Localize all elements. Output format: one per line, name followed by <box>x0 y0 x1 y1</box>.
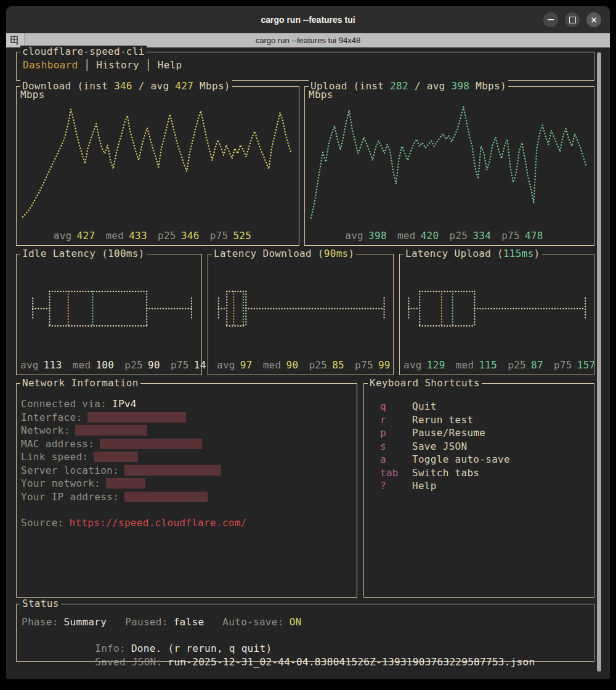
status-title: Status <box>20 598 61 609</box>
redacted-value <box>100 439 202 449</box>
title-part: ) <box>534 248 540 259</box>
stat-value: 129 <box>427 359 445 371</box>
shortcut-row: sSave JSON <box>380 440 594 453</box>
stat-label: avg <box>54 230 72 242</box>
shortcuts-panel: Keyboard Shortcuts qQuitrRerun testpPaus… <box>363 383 594 598</box>
network-label: Network: <box>21 424 70 437</box>
stat-label: p75 <box>355 359 373 371</box>
title-part: Mbps) <box>469 80 506 92</box>
shortcut-key: a <box>380 453 412 466</box>
stat-value: 97 <box>240 359 253 371</box>
stat-label: p25 <box>309 359 327 371</box>
upload-stats: avg398med420p25334p75478 <box>305 230 594 242</box>
title-part: / avg <box>408 80 452 92</box>
network-label: Your network: <box>21 477 100 490</box>
latency-upload-title: Latency Upload (115ms) <box>403 248 542 259</box>
status-item: Paused:false <box>125 616 204 628</box>
upload-ylabel: Mbps <box>309 89 333 100</box>
shortcut-key: s <box>380 440 412 453</box>
tab-dashboard[interactable]: Dashboard <box>23 59 78 71</box>
status-line-info: Info:Done. (r rerun, q quit) <box>22 629 594 643</box>
terminal-window: cargo run --features tui × cargo run --f… <box>6 6 610 679</box>
stat-label: p25 <box>450 230 468 242</box>
maximize-icon <box>569 17 576 23</box>
shortcuts-title: Keyboard Shortcuts <box>368 377 482 389</box>
stat-value: 85 <box>332 359 344 371</box>
network-label: Server location: <box>21 464 119 477</box>
stat-value: 113 <box>44 359 62 371</box>
latency-download-title: Latency Download (90ms) <box>212 248 356 259</box>
status-body: Phase:SummaryPaused:falseAuto-save:ON In… <box>17 604 594 656</box>
latency-upload-boxplot <box>402 272 590 346</box>
idle-latency-title: Idle Latency (100ms) <box>20 248 147 259</box>
redacted-value <box>87 412 186 423</box>
stat-label: avg <box>345 230 363 242</box>
upload-panel-title: Upload (inst 282 / avg 398 Mbps) <box>309 80 508 92</box>
title-part: Latency Upload ( <box>405 248 503 259</box>
stat-label: avg <box>20 359 39 371</box>
saved-json-label: Saved JSON: <box>95 656 162 668</box>
stat-value: 334 <box>472 230 491 242</box>
shortcut-key: r <box>380 413 412 427</box>
shortcut-row: pPause/Resume <box>380 426 594 440</box>
shortcut-key: q <box>380 400 412 413</box>
network-row: Network: <box>21 424 357 437</box>
download-panel-title: Download (inst 346 / avg 427 Mbps) <box>20 80 232 92</box>
shortcut-rows: qQuitrRerun testpPause/ResumesSave JSONa… <box>364 384 594 493</box>
network-label: Link speed: <box>21 450 88 464</box>
redacted-value <box>94 452 138 462</box>
latency-download-panel: Latency Download (90ms) avg97med90p2585p… <box>208 254 394 375</box>
network-label: Interface: <box>21 411 82 424</box>
idle-latency-stats: avg113med100p2590p7514 <box>17 359 217 371</box>
network-row: MAC address: <box>21 437 357 451</box>
stat-label: p25 <box>508 359 526 371</box>
maximize-button[interactable] <box>565 12 580 27</box>
status-item: Phase:Summary <box>22 616 107 628</box>
stat-label: p75 <box>171 359 189 371</box>
shortcut-desc: Quit <box>412 400 437 412</box>
source-link[interactable]: https://speed.cloudflare.com/ <box>70 517 247 529</box>
title-part: Mbps) <box>193 80 230 92</box>
minimize-icon <box>548 19 554 20</box>
stat-label: med <box>105 230 124 242</box>
stat-value: 525 <box>233 230 251 242</box>
tab-history[interactable]: History <box>96 59 139 71</box>
stat-label: p75 <box>554 359 572 371</box>
tab-separator: │ <box>145 59 152 71</box>
screen: cargo run --features tui × cargo run --f… <box>0 0 616 690</box>
minimize-button[interactable] <box>543 12 558 27</box>
stat-value: 87 <box>531 359 543 371</box>
shortcut-desc: Toggle auto-save <box>412 453 510 465</box>
stat-label: med <box>456 359 474 371</box>
status-item-value: false <box>174 616 205 628</box>
stat-value: 14 <box>194 359 206 371</box>
stat-label: med <box>263 359 282 371</box>
latency-download-boxplot <box>211 272 389 346</box>
stat-label: avg <box>217 359 235 371</box>
shortcut-row: aToggle auto-save <box>380 453 594 466</box>
status-item-label: Auto-save: <box>222 616 283 628</box>
source-label: Source: <box>21 517 64 529</box>
network-label: MAC address: <box>21 437 94 451</box>
latency-upload-panel: Latency Upload (115ms) avg129med115p2587… <box>399 254 594 375</box>
tab-help[interactable]: Help <box>158 59 182 71</box>
stat-label: avg <box>403 359 422 371</box>
stat-value: 398 <box>368 230 387 242</box>
tab-separator: │ <box>84 59 90 71</box>
source-row: Source: https://speed.cloudflare.com/ <box>17 517 357 529</box>
download-panel: Download (inst 346 / avg 427 Mbps) Mbps … <box>16 86 299 246</box>
network-info-title: Network Information <box>20 377 140 389</box>
redacted-value <box>75 425 147 436</box>
app-title: cloudflare-speed-cli <box>20 46 147 57</box>
info-label: Info: <box>95 643 126 654</box>
status-panel: Status Phase:SummaryPaused:falseAuto-sav… <box>16 604 594 662</box>
close-button[interactable]: × <box>586 12 601 27</box>
shortcut-row: ?Help <box>380 479 594 493</box>
download-stats: avg427med433p25346p75525 <box>17 230 299 242</box>
stat-label: p75 <box>501 230 520 242</box>
shortcut-desc: Rerun test <box>412 414 473 426</box>
title-part: 427 <box>175 80 193 92</box>
scrollbar-thumb[interactable] <box>597 52 601 672</box>
latency-upload-stats: avg129med115p2587p75157 <box>400 359 606 371</box>
title-part: Latency Download ( <box>214 248 324 259</box>
